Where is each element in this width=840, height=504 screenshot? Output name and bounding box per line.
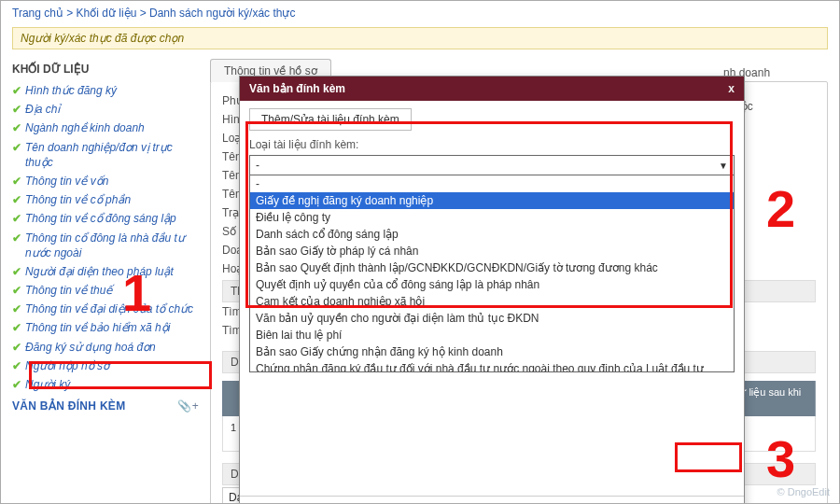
sidebar-item-label: Thông tin về bảo hiểm xã hội xyxy=(25,320,170,335)
check-icon: ✔ xyxy=(12,192,21,207)
dropdown-option[interactable]: Quyết định uỷ quyền của cổ đông sáng lập… xyxy=(250,276,734,293)
sidebar-item[interactable]: ✔Thông tin cổ đông là nhà đầu tư nước ng… xyxy=(12,229,199,262)
notice-selected-signer: Người ký/xác thực đã được chọn xyxy=(12,27,828,49)
sidebar-item-label: Thông tin về vốn xyxy=(25,174,108,189)
sidebar-item[interactable]: ✔Thông tin về vốn xyxy=(12,172,199,190)
sidebar-item[interactable]: ✔Thông tin về thuế xyxy=(12,281,199,300)
dropdown-option[interactable]: Danh sách cổ đông sáng lập xyxy=(250,226,734,243)
watermark: © DngoEdit xyxy=(777,486,830,497)
sidebar-item-label: Người đại diện theo pháp luật xyxy=(25,264,174,279)
sidebar-item-label: Hình thức đăng ký xyxy=(25,83,117,98)
sidebar-item-label: Thông tin về cổ phần xyxy=(25,192,131,207)
crumb-home[interactable]: Trang chủ xyxy=(12,7,63,20)
doc-type-label: Loại tài liệu đính kèm: xyxy=(249,138,735,151)
sidebar: KHỐI DỮ LIỆU ✔Hình thức đăng ký✔Địa chỉ✔… xyxy=(12,59,199,504)
check-icon: ✔ xyxy=(12,320,21,335)
sidebar-item-label: Địa chỉ xyxy=(25,102,60,117)
sidebar-list: ✔Hình thức đăng ký✔Địa chỉ✔Ngành nghề ki… xyxy=(12,81,199,394)
dropdown-selected: - xyxy=(256,159,259,172)
sidebar-item-label: Ngành nghề kinh doanh xyxy=(25,120,145,135)
dropdown-option[interactable]: Bản sao Quyết định thành lập/GCNĐKKD/GCN… xyxy=(250,259,734,276)
sidebar-attach-label: VĂN BẢN ĐÍNH KÈM xyxy=(12,399,125,413)
check-icon: ✔ xyxy=(12,264,21,279)
sidebar-item-label: Thông tin về thuế xyxy=(25,283,112,298)
sidebar-title: KHỐI DỮ LIỆU xyxy=(12,63,199,76)
dropdown-option[interactable]: - xyxy=(250,175,734,192)
sidebar-item-label: Thông tin về đại diện của tổ chức xyxy=(25,301,193,316)
paperclip-plus-icon: 📎+ xyxy=(177,399,199,413)
dropdown-option[interactable]: Chứng nhận đăng ký đầu tư đối với nhà đầ… xyxy=(250,360,734,371)
sidebar-item[interactable]: ✔Người ký xyxy=(12,375,199,394)
close-icon[interactable]: x xyxy=(728,82,735,95)
dropdown-option[interactable]: Cam kết của doanh nghiệp xã hội xyxy=(250,293,734,310)
sidebar-item-label: Thông tin về cổ đông sáng lập xyxy=(25,211,176,226)
sidebar-item[interactable]: ✔Người nộp hồ sơ xyxy=(12,357,199,375)
check-icon: ✔ xyxy=(12,301,21,316)
check-icon: ✔ xyxy=(12,83,21,98)
dropdown-option[interactable]: Bản sao Giấy chứng nhận đăng ký hộ kinh … xyxy=(250,343,734,360)
sidebar-item-label: Người ký xyxy=(25,377,70,392)
check-icon: ✔ xyxy=(12,174,21,189)
crumb-block[interactable]: Khối dữ liệu xyxy=(77,7,137,20)
check-icon: ✔ xyxy=(12,120,21,135)
sidebar-item[interactable]: ✔Ngành nghề kinh doanh xyxy=(12,119,199,137)
modal-tab-add-edit[interactable]: Thêm/Sửa tài liệu đính kèm xyxy=(249,108,412,131)
check-icon: ✔ xyxy=(12,283,21,298)
check-icon: ✔ xyxy=(12,140,21,155)
sidebar-item[interactable]: ✔Địa chỉ xyxy=(12,100,199,119)
check-icon: ✔ xyxy=(12,211,21,226)
dropdown-option[interactable]: Bản sao Giấy tờ pháp lý cá nhân xyxy=(250,243,734,259)
sidebar-item-attachments[interactable]: VĂN BẢN ĐÍNH KÈM 📎+ xyxy=(12,399,199,413)
sidebar-item-label: Đăng ký sử dụng hoá đơn xyxy=(25,340,156,355)
dropdown-option[interactable]: Biên lai thu lệ phí xyxy=(250,327,734,343)
sidebar-item-label: Thông tin cổ đông là nhà đầu tư nước ngo… xyxy=(25,231,199,260)
sidebar-item[interactable]: ✔Thông tin về cổ đông sáng lập xyxy=(12,209,199,228)
sidebar-item-label: Người nộp hồ sơ xyxy=(25,358,109,373)
sidebar-item[interactable]: ✔Hình thức đăng ký xyxy=(12,81,199,100)
attachment-modal: Văn bản đính kèm x Thêm/Sửa tài liệu đín… xyxy=(239,76,745,504)
sidebar-item-label: Tên doanh nghiệp/đơn vị trực thuộc xyxy=(25,140,199,170)
doc-type-dropdown[interactable]: - ▼ -Giấy đề nghị đăng ký doanh nghiệpĐi… xyxy=(249,155,735,372)
dropdown-option[interactable]: Văn bản uỷ quyền cho người đại diện làm … xyxy=(250,310,734,327)
check-icon: ✔ xyxy=(12,102,21,117)
sidebar-item[interactable]: ✔Tên doanh nghiệp/đơn vị trực thuộc xyxy=(12,138,199,172)
sidebar-item[interactable]: ✔Đăng ký sử dụng hoá đơn xyxy=(12,338,199,357)
check-icon: ✔ xyxy=(12,377,21,392)
check-icon: ✔ xyxy=(12,340,21,355)
dropdown-option[interactable]: Điều lệ công ty xyxy=(250,209,734,226)
sidebar-item[interactable]: ✔Thông tin về đại diện của tổ chức xyxy=(12,300,199,318)
dropdown-option[interactable]: Giấy đề nghị đăng ký doanh nghiệp xyxy=(250,192,734,209)
sidebar-item[interactable]: ✔Người đại diện theo pháp luật xyxy=(12,262,199,281)
check-icon: ✔ xyxy=(12,231,21,245)
sidebar-item[interactable]: ✔Thông tin về cổ phần xyxy=(12,190,199,209)
check-icon: ✔ xyxy=(12,358,21,373)
crumb-current: Danh sách người ký/xác thực xyxy=(149,7,295,20)
modal-title: Văn bản đính kèm xyxy=(249,82,345,95)
chevron-down-icon: ▼ xyxy=(719,161,728,171)
breadcrumb: Trang chủ > Khối dữ liệu > Danh sách ngư… xyxy=(1,1,839,25)
sidebar-item[interactable]: ✔Thông tin về bảo hiểm xã hội xyxy=(12,318,199,337)
